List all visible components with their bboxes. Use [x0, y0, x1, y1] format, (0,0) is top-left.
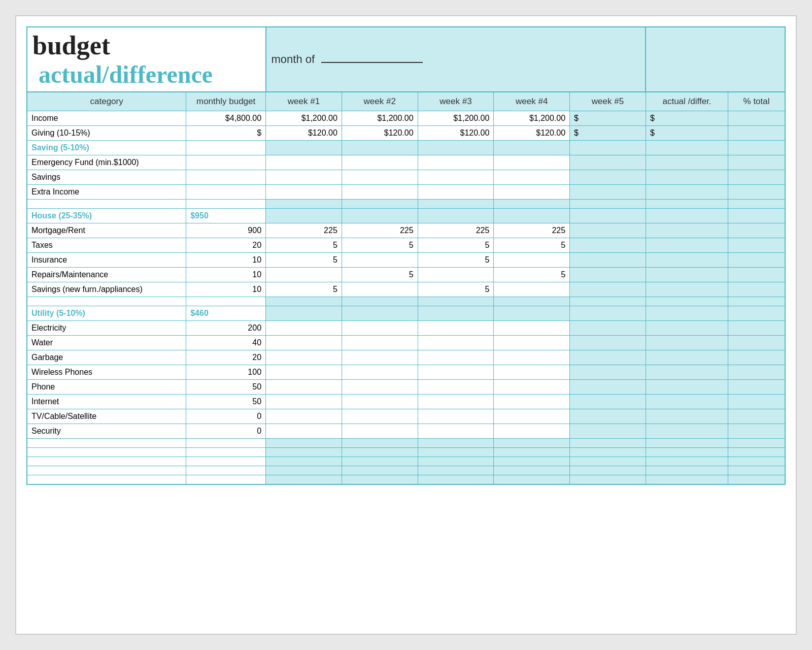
table-row-0: Income$4,800.00$1,200.00$1,200.00$1,200.… [27, 111, 785, 126]
title-cell: budget actual/difference [27, 27, 266, 92]
table-row-16: Water40 [27, 336, 785, 350]
col-week5-header: week #5 [570, 92, 646, 111]
col-week2-header: week #2 [342, 92, 418, 111]
table-row-26 [27, 466, 785, 475]
col-pct-header: % total [728, 92, 785, 111]
col-week4-header: week #4 [494, 92, 570, 111]
table-row-14: Utility (5-10%)$460 [27, 306, 785, 321]
table-row-10: Insurance1055 [27, 253, 785, 268]
month-line [321, 62, 423, 63]
table-row-3: Emergency Fund (min.$1000) [27, 155, 785, 170]
month-label: month of [272, 53, 315, 66]
title-actual-text: actual/difference [39, 61, 213, 88]
table-row-13 [27, 297, 785, 306]
table-row-2: Saving (5-10%) [27, 141, 785, 155]
table-row-4: Savings [27, 170, 785, 185]
table-row-5: Extra Income [27, 185, 785, 200]
table-body: Income$4,800.00$1,200.00$1,200.00$1,200.… [27, 111, 785, 484]
table-row-17: Garbage20 [27, 350, 785, 365]
budget-table: budget actual/difference month of catego… [26, 26, 786, 485]
table-row-15: Electricity200 [27, 321, 785, 336]
table-row-8: Mortgage/Rent900225225225225 [27, 223, 785, 238]
table-row-18: Wireless Phones100 [27, 365, 785, 380]
month-extra-cell [646, 27, 785, 92]
col-week3-header: week #3 [418, 92, 494, 111]
budget-page: budget actual/difference month of catego… [15, 15, 797, 635]
table-row-24 [27, 448, 785, 457]
table-row-23 [27, 439, 785, 448]
col-actual-header: actual /differ. [646, 92, 728, 111]
table-row-1: Giving (10-15%)$$120.00$120.00$120.00$12… [27, 126, 785, 141]
table-row-7: House (25-35%)$950 [27, 209, 785, 223]
month-cell: month of [266, 27, 646, 92]
col-category-header: category [27, 92, 186, 111]
table-row-25 [27, 457, 785, 466]
table-row-6 [27, 200, 785, 209]
table-row-21: TV/Cable/Satellite0 [27, 409, 785, 424]
table-row-19: Phone50 [27, 380, 785, 395]
table-row-22: Security0 [27, 424, 785, 439]
header-row-title: budget actual/difference month of [27, 27, 785, 92]
table-row-11: Repairs/Maintenance1055 [27, 268, 785, 282]
table-row-9: Taxes205555 [27, 238, 785, 253]
table-row-27 [27, 475, 785, 484]
col-monthly-budget-header: monthly budget [186, 92, 266, 111]
col-week1-header: week #1 [266, 92, 342, 111]
title-budget-text: budget [32, 31, 110, 60]
table-row-12: Savings (new furn./appliances)1055 [27, 282, 785, 297]
col-headers-row: category monthly budget week #1 week #2 … [27, 92, 785, 111]
table-row-20: Internet50 [27, 395, 785, 409]
